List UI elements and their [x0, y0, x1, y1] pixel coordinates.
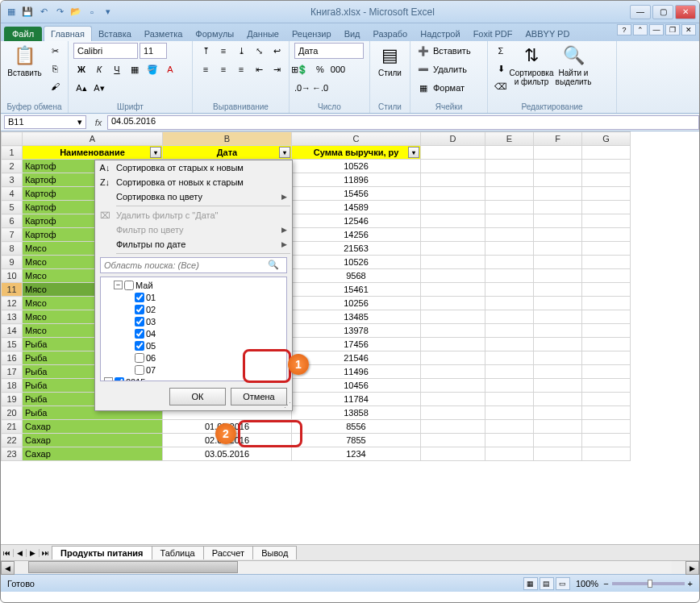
col-header-g[interactable]: G — [582, 132, 631, 146]
clear-icon[interactable]: ⌫ — [493, 78, 509, 94]
cell[interactable]: 10526 — [292, 256, 421, 269]
tab-dev[interactable]: Разрабо — [367, 27, 415, 41]
zoom-in-icon[interactable]: + — [688, 579, 693, 588]
percent-icon[interactable]: % — [312, 61, 328, 77]
sheet-tab-2[interactable]: Таблица — [152, 546, 204, 559]
undo-icon[interactable]: ↶ — [36, 5, 51, 19]
minimize-button[interactable]: — — [630, 5, 651, 19]
view-break-icon[interactable]: ▭ — [556, 577, 570, 590]
font-color-button[interactable]: A — [162, 61, 178, 77]
tree-check-2015[interactable] — [115, 377, 124, 382]
horizontal-scrollbar[interactable]: ◀ ▶ — [1, 560, 699, 574]
row-header[interactable]: 13 — [2, 310, 23, 324]
cell[interactable]: 11496 — [292, 365, 421, 379]
tree-check-day[interactable] — [135, 293, 144, 302]
find-select-button[interactable]: 🔍 Найти и выделить — [554, 43, 593, 86]
cell[interactable]: Сахар — [23, 420, 163, 434]
tree-check-day[interactable] — [135, 353, 144, 363]
cell[interactable]: 14589 — [292, 201, 421, 214]
tab-formulas[interactable]: Формулы — [189, 27, 240, 41]
tab-view[interactable]: Вид — [338, 27, 367, 41]
tree-check-day[interactable] — [135, 341, 144, 351]
tree-check-may[interactable] — [124, 281, 134, 290]
paste-button[interactable]: 📋 Вставить — [6, 43, 44, 77]
filter-btn-a[interactable]: ▾ — [150, 147, 161, 158]
italic-button[interactable]: К — [91, 61, 107, 77]
cell[interactable]: 11896 — [292, 173, 421, 187]
tab-nav-prev[interactable]: ◀ — [14, 549, 27, 557]
mdi-min-button[interactable]: — — [649, 24, 664, 35]
cell[interactable]: 8556 — [292, 420, 421, 434]
indent-inc-icon[interactable]: ⇥ — [269, 61, 285, 77]
close-button[interactable]: ✕ — [675, 5, 696, 19]
tab-insert[interactable]: Вставка — [92, 27, 138, 41]
orientation-icon[interactable]: ⤡ — [251, 43, 267, 59]
comma-icon[interactable]: 000 — [330, 61, 346, 77]
ok-button[interactable]: ОК — [169, 388, 226, 405]
tab-nav-last[interactable]: ⏭ — [40, 549, 52, 557]
row-header[interactable]: 11 — [2, 283, 23, 297]
row-header[interactable]: 22 — [2, 434, 23, 447]
tree-check-day[interactable] — [135, 365, 144, 375]
cell[interactable]: 03.05.2016 — [163, 447, 292, 461]
redo-icon[interactable]: ↷ — [52, 5, 67, 19]
zoom-out-icon[interactable]: − — [603, 579, 608, 588]
row-header[interactable]: 2 — [2, 160, 23, 173]
cut-icon[interactable]: ✂ — [47, 43, 63, 59]
row-header[interactable]: 16 — [2, 351, 23, 365]
cell[interactable]: 17456 — [292, 338, 421, 351]
align-left-icon[interactable]: ≡ — [198, 61, 214, 77]
filter-btn-c[interactable]: ▾ — [408, 147, 419, 158]
mdi-restore-button[interactable]: ❐ — [665, 24, 680, 35]
mdi-close-button[interactable]: ✕ — [681, 24, 696, 35]
font-name-combo[interactable] — [73, 43, 138, 59]
font-size-combo[interactable] — [140, 43, 167, 59]
cell[interactable]: 12546 — [292, 214, 421, 228]
styles-button[interactable]: ▤ Стили — [375, 43, 405, 77]
number-format-combo[interactable] — [294, 43, 364, 59]
align-mid-icon[interactable]: ≡ — [215, 43, 231, 59]
row-header[interactable]: 10 — [2, 269, 23, 283]
row-header[interactable]: 3 — [2, 173, 23, 187]
date-filters-item[interactable]: Фильтры по дате▶ — [95, 237, 292, 252]
cell[interactable]: 13485 — [292, 310, 421, 324]
tab-home[interactable]: Главная — [44, 26, 92, 41]
tab-add[interactable]: Надстрой — [414, 27, 466, 41]
cell[interactable]: 9568 — [292, 269, 421, 283]
worksheet[interactable]: A B C D E F G 1 Наименование▾ Дата▾ Сумм… — [1, 131, 699, 544]
sort-filter-button[interactable]: ⇅ Сортировка и фильтр — [512, 43, 551, 86]
cell[interactable]: Сахар — [23, 447, 163, 461]
delete-cells-icon[interactable]: ➖ — [415, 61, 431, 77]
row-header[interactable]: 19 — [2, 393, 23, 406]
row-header[interactable]: 15 — [2, 338, 23, 351]
name-box[interactable]: B11▾ — [4, 115, 86, 129]
tab-layout[interactable]: Разметка — [138, 27, 190, 41]
tree-check-day[interactable] — [135, 305, 144, 314]
cell[interactable]: 10456 — [292, 379, 421, 393]
ribbon-min-button[interactable]: ⌃ — [633, 24, 648, 35]
row-header[interactable]: 4 — [2, 187, 23, 201]
row-header[interactable]: 9 — [2, 256, 23, 269]
cell[interactable]: 13978 — [292, 324, 421, 338]
tab-nav-next[interactable]: ▶ — [27, 549, 40, 557]
cell[interactable]: 21546 — [292, 351, 421, 365]
col-header-c[interactable]: C — [292, 132, 421, 146]
filter-btn-b[interactable]: ▾ — [279, 147, 290, 158]
help-button[interactable]: ? — [617, 24, 631, 35]
row-header[interactable]: 12 — [2, 297, 23, 310]
col-header-a[interactable]: A — [23, 132, 163, 146]
row-header[interactable]: 18 — [2, 379, 23, 393]
cell[interactable]: 14256 — [292, 228, 421, 242]
border-button[interactable]: ▦ — [127, 61, 143, 77]
tab-foxit[interactable]: Foxit PDF — [467, 27, 519, 41]
view-normal-icon[interactable]: ▦ — [523, 577, 538, 590]
indent-dec-icon[interactable]: ⇤ — [251, 61, 267, 77]
filter-tree[interactable]: −Май 01020304050607 −2015 +Апрель — [100, 277, 287, 381]
select-all-corner[interactable] — [2, 132, 23, 146]
row-header[interactable]: 5 — [2, 201, 23, 214]
tab-nav-first[interactable]: ⏮ — [1, 549, 14, 557]
cell[interactable]: 15461 — [292, 283, 421, 297]
col-header-e[interactable]: E — [485, 132, 534, 146]
sheet-tab-3[interactable]: Рассчет — [203, 546, 254, 559]
scroll-left-icon[interactable]: ◀ — [1, 561, 15, 575]
